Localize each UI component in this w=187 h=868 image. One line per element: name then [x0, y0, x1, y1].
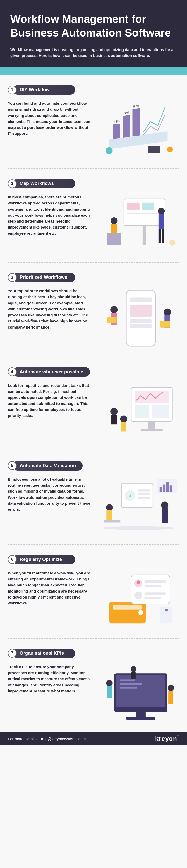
svg-point-56 — [161, 501, 168, 508]
svg-rect-76 — [120, 679, 135, 681]
svg-point-40 — [120, 415, 127, 422]
svg-rect-68 — [144, 592, 166, 595]
step-number-badge: 4 — [8, 367, 17, 376]
chat-wallet-illustration — [97, 570, 179, 628]
svg-rect-78 — [120, 687, 137, 688]
svg-rect-45 — [138, 490, 150, 491]
mobile-app-illustration — [97, 288, 179, 351]
svg-rect-39 — [111, 414, 117, 425]
section-title-pill: DIY Workflow — [13, 85, 75, 95]
bar-label-3: 83% — [133, 104, 139, 108]
svg-rect-50 — [163, 484, 165, 492]
svg-rect-24 — [130, 319, 152, 323]
svg-rect-13 — [107, 233, 121, 245]
brand-name: kreyon — [155, 735, 177, 742]
svg-rect-12 — [143, 226, 146, 245]
svg-rect-77 — [120, 683, 142, 685]
chart-icon: 46% 70% 83% — [99, 102, 177, 155]
svg-point-29 — [164, 309, 171, 316]
analytics-chart-illustration: 46% 70% 83% — [97, 100, 179, 157]
section-organisational-kpis: 7 Organisational KPIs Track KPIs to ensu… — [0, 639, 187, 732]
section-data-validation: 5 Automate Data Validation Employees los… — [0, 451, 187, 545]
svg-rect-36 — [148, 421, 155, 429]
svg-rect-15 — [111, 224, 117, 234]
svg-rect-80 — [107, 686, 112, 698]
step-number-badge: 7 — [8, 649, 17, 658]
page-lede: Workflow management is creating, organis… — [10, 47, 176, 59]
svg-rect-22 — [130, 298, 152, 302]
kpi-desktop-illustration — [97, 664, 179, 726]
svg-rect-2 — [123, 115, 130, 137]
section-body-text: Look for repetitive and redundant tasks … — [8, 382, 91, 419]
svg-rect-52 — [169, 485, 172, 492]
finance-icon: $ — [97, 476, 179, 534]
svg-rect-47 — [138, 497, 150, 498]
bar-label-2: 70% — [124, 111, 129, 115]
svg-rect-17 — [158, 214, 164, 228]
chat-icon — [99, 570, 177, 628]
svg-rect-75 — [126, 717, 155, 719]
brand-logo: kreyon® — [155, 735, 179, 742]
step-number-badge: 6 — [8, 555, 17, 564]
svg-rect-19 — [162, 228, 164, 243]
finance-dashboard-illustration: $ — [97, 476, 179, 534]
svg-point-61 — [138, 610, 143, 615]
step-number-badge: 5 — [8, 461, 17, 470]
svg-rect-82 — [131, 671, 136, 679]
svg-rect-51 — [166, 482, 168, 492]
svg-rect-74 — [136, 712, 146, 717]
footer-contact: For more Details :- Info@kreyonsystems.c… — [8, 737, 86, 741]
svg-rect-25 — [130, 324, 152, 328]
svg-rect-18 — [158, 228, 161, 243]
svg-rect-55 — [103, 520, 120, 522]
bar-label-1: 46% — [114, 119, 120, 123]
brand-mark: ® — [177, 735, 179, 738]
section-body-text: In most companies, there are numerous wo… — [8, 194, 91, 236]
section-diy-workflow: 1 DIY Workflow You can build and automat… — [0, 75, 187, 168]
svg-rect-66 — [144, 585, 161, 587]
section-body-text: You can build and automate your workflow… — [8, 100, 91, 136]
section-title-pill: Map Workflows — [13, 179, 75, 188]
svg-point-83 — [167, 685, 174, 691]
page-title: Workflow Management for Business Automat… — [10, 12, 177, 40]
svg-point-67 — [134, 592, 142, 599]
svg-rect-62 — [131, 575, 170, 604]
desktop-icon — [97, 664, 179, 726]
svg-rect-34 — [135, 405, 149, 418]
divider-teal — [0, 67, 187, 75]
phone-icon — [99, 288, 177, 351]
section-body-text: When you first automate a workflow, you … — [8, 570, 91, 606]
section-body-text: Employees lose a lot of valuable time in… — [8, 476, 91, 513]
section-title-pill: Automate wherever possible — [13, 367, 90, 377]
svg-rect-69 — [144, 597, 161, 599]
svg-rect-9 — [142, 203, 154, 210]
svg-rect-65 — [144, 580, 166, 583]
svg-point-20 — [169, 240, 175, 246]
hero: Workflow Management for Business Automat… — [0, 0, 187, 67]
svg-rect-8 — [127, 203, 139, 210]
svg-rect-1 — [113, 123, 120, 139]
svg-point-6 — [167, 146, 173, 152]
svg-rect-49 — [160, 487, 162, 492]
svg-rect-57 — [162, 508, 167, 523]
monitor-icon — [99, 382, 177, 441]
svg-rect-35 — [152, 405, 169, 418]
section-map-workflows: 2 Map Workflows In most companies, there… — [0, 169, 187, 262]
section-title-pill: Organisational KPIs — [13, 649, 75, 658]
section-regularly-optimize: 6 Regularly Optimize When you first auto… — [0, 545, 187, 638]
svg-text:$: $ — [129, 493, 131, 498]
svg-rect-41 — [121, 422, 126, 432]
svg-point-38 — [110, 408, 118, 415]
svg-rect-37 — [141, 429, 162, 431]
svg-rect-28 — [107, 317, 117, 323]
svg-point-14 — [111, 217, 117, 224]
step-number-badge: 1 — [8, 86, 17, 94]
section-prioritized-workflows: 3 Prioritized Workflows Your top priorit… — [0, 263, 187, 357]
svg-point-79 — [106, 680, 113, 686]
section-title-pill: Prioritized Workflows — [13, 273, 75, 282]
whiteboard-icon — [99, 194, 177, 252]
svg-point-4 — [106, 147, 113, 154]
svg-rect-46 — [138, 493, 150, 495]
footer: For more Details :- Info@kreyonsystems.c… — [0, 732, 187, 745]
svg-point-16 — [158, 208, 165, 215]
